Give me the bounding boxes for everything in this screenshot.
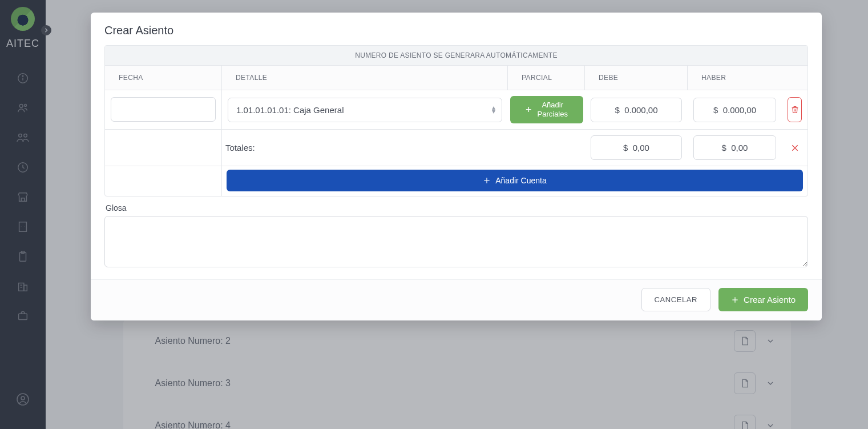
add-account-label: Añadir Cuenta [495, 176, 547, 185]
table-row: ▴▾ + Añadir Parciales [105, 90, 808, 130]
close-icon [790, 143, 800, 153]
detalle-select[interactable] [228, 98, 502, 122]
glosa-textarea[interactable] [104, 216, 808, 267]
create-asiento-modal: Crear Asiento NUMERO DE ASIENTO SE GENER… [91, 13, 822, 320]
debe-input[interactable] [591, 98, 682, 122]
cancel-button[interactable]: CANCELAR [641, 288, 711, 311]
parcial-btn-line2: Parciales [538, 110, 568, 119]
col-header-haber: HABER [688, 66, 808, 90]
clear-totals-button[interactable] [788, 137, 802, 159]
totals-row: Totales: [105, 130, 808, 166]
trash-icon [790, 105, 800, 114]
create-asiento-button[interactable]: Crear Asiento [718, 288, 808, 311]
delete-row-button[interactable] [788, 97, 802, 122]
modal-title: Crear Asiento [104, 24, 808, 37]
create-asiento-label: Crear Asiento [744, 295, 796, 304]
totals-label: Totales: [222, 137, 585, 158]
totals-haber [693, 135, 776, 160]
add-account-row: Añadir Cuenta [105, 166, 808, 196]
totals-debe [591, 135, 682, 160]
asiento-table: NUMERO DE ASIENTO SE GENERARA AUTOMÁTICA… [104, 45, 808, 197]
fecha-input[interactable] [111, 97, 216, 122]
plus-icon: + [526, 104, 532, 116]
col-header-debe: DEBE [585, 66, 688, 90]
col-header-detalle: DETALLE [222, 66, 508, 90]
auto-number-banner: NUMERO DE ASIENTO SE GENERARA AUTOMÁTICA… [105, 46, 808, 66]
parcial-btn-line1: Añadir [538, 101, 568, 110]
table-header-row: FECHA DETALLE PARCIAL DEBE HABER [105, 66, 808, 90]
select-caret-icon: ▴▾ [492, 106, 495, 114]
add-account-button[interactable]: Añadir Cuenta [227, 170, 803, 191]
col-header-parcial: PARCIAL [508, 66, 585, 90]
add-parciales-button[interactable]: + Añadir Parciales [510, 96, 583, 123]
col-header-fecha: FECHA [105, 66, 222, 90]
plus-icon [731, 296, 739, 304]
haber-input[interactable] [693, 98, 776, 122]
plus-icon [483, 177, 491, 185]
glosa-label: Glosa [104, 203, 808, 213]
